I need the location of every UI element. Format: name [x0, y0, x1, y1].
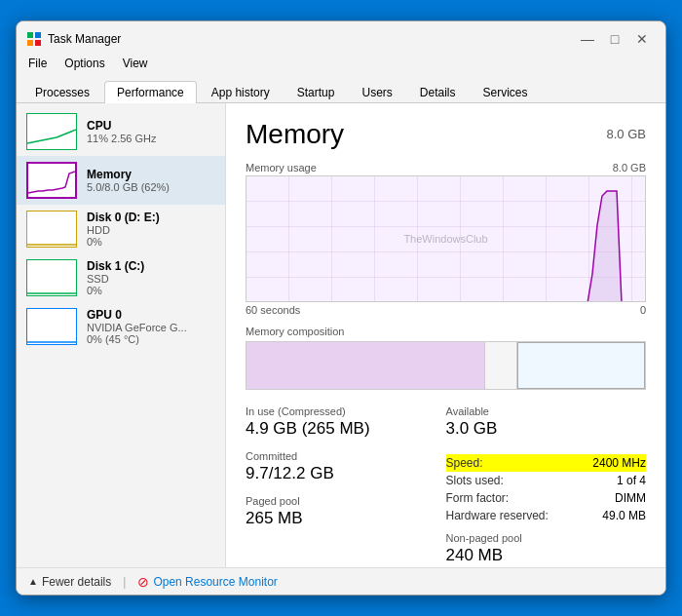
sidebar-item-gpu[interactable]: GPU 0 NVIDIA GeForce G... 0% (45 °C)	[17, 302, 225, 351]
svg-rect-11	[246, 176, 645, 301]
tab-users[interactable]: Users	[349, 81, 404, 103]
resource-monitor-link[interactable]: Open Resource Monitor	[153, 575, 277, 589]
committed-label: Committed	[246, 450, 431, 462]
svg-rect-5	[27, 212, 76, 247]
cpu-thumbnail	[26, 113, 77, 150]
tab-processes[interactable]: Processes	[22, 81, 102, 103]
sidebar-item-memory[interactable]: Memory 5.0/8.0 GB (62%)	[17, 156, 225, 205]
sidebar-item-disk0[interactable]: Disk 0 (D: E:) HDD 0%	[17, 205, 225, 253]
available-stat: Available 3.0 GB	[446, 405, 647, 439]
window-controls: — □ ✕	[576, 27, 654, 51]
stats-left: In use (Compressed) 4.9 GB (265 MB) Comm…	[246, 405, 446, 565]
stats-right: Available 3.0 GB Speed: 2400 MHz Slots u…	[446, 405, 647, 565]
chart-labels: Memory usage 8.0 GB	[246, 162, 646, 173]
tab-bar: Processes Performance App history Startu…	[17, 74, 665, 103]
composition-label: Memory composition	[246, 326, 646, 337]
cpu-info: CPU 11% 2.56 GHz	[87, 119, 215, 144]
svg-rect-2	[27, 40, 33, 46]
in-use-label: In use (Compressed)	[246, 405, 431, 417]
speed-label: Speed:	[446, 456, 483, 470]
maximize-button[interactable]: □	[603, 27, 626, 51]
non-paged-label: Non-paged pool	[446, 532, 647, 544]
sidebar-item-cpu[interactable]: CPU 11% 2.56 GHz	[17, 107, 225, 156]
chart-max: 8.0 GB	[613, 162, 646, 173]
reserved-value: 49.0 MB	[602, 509, 646, 522]
paged-pool-label: Paged pool	[246, 495, 431, 507]
chart-label: Memory usage	[246, 162, 317, 173]
available-label: Available	[446, 405, 647, 417]
memory-sub: 5.0/8.0 GB (62%)	[87, 181, 215, 193]
tab-services[interactable]: Services	[471, 81, 541, 103]
memory-name: Memory	[87, 168, 215, 181]
fewer-details-label: Fewer details	[42, 575, 111, 589]
menu-options[interactable]: Options	[57, 55, 112, 72]
chart-grid-svg	[246, 176, 645, 301]
sidebar-item-disk1[interactable]: Disk 1 (C:) SSD 0%	[17, 253, 225, 302]
svg-rect-6	[27, 260, 76, 295]
panel-header: Memory 8.0 GB	[246, 119, 646, 150]
svg-rect-3	[35, 40, 41, 46]
composition-section: Memory composition	[246, 326, 646, 390]
committed-stat: Committed 9.7/12.2 GB	[246, 450, 431, 483]
panel-total: 8.0 GB	[607, 119, 646, 141]
composition-bar	[246, 341, 646, 390]
tab-details[interactable]: Details	[407, 81, 469, 103]
gpu-sub1: NVIDIA GeForce G...	[87, 322, 215, 333]
non-paged-stat: Non-paged pool 240 MB	[446, 532, 647, 565]
stats-grid: In use (Compressed) 4.9 GB (265 MB) Comm…	[246, 405, 646, 565]
open-resource-monitor[interactable]: ⊘ Open Resource Monitor	[137, 574, 277, 590]
speed-value: 2400 MHz	[592, 456, 646, 470]
disk1-thumbnail	[26, 259, 77, 296]
footer-divider: |	[123, 575, 126, 589]
cpu-name: CPU	[87, 119, 215, 133]
titlebar: Task Manager — □ ✕	[17, 21, 665, 53]
tab-app-history[interactable]: App history	[199, 81, 283, 103]
chart-time-left: 60 seconds	[246, 304, 300, 316]
cpu-sub: 11% 2.56 GHz	[87, 133, 215, 144]
disk0-thumbnail	[26, 211, 77, 248]
disk1-sub2: 0%	[87, 285, 215, 296]
gpu-thumbnail	[26, 308, 77, 345]
comp-standby	[485, 342, 517, 389]
committed-value: 9.7/12.2 GB	[246, 464, 431, 483]
disk0-sub2: 0%	[87, 236, 215, 248]
reserved-label: Hardware reserved:	[446, 509, 549, 522]
memory-chart-section: Memory usage 8.0 GB	[246, 162, 646, 316]
chevron-up-icon: ▲	[28, 576, 38, 587]
slots-row: Slots used: 1 of 4	[446, 472, 647, 489]
menu-view[interactable]: View	[115, 55, 156, 72]
minimize-button[interactable]: —	[576, 27, 599, 51]
available-value: 3.0 GB	[446, 419, 647, 439]
footer: ▲ Fewer details | ⊘ Open Resource Monito…	[17, 567, 665, 595]
memory-thumbnail	[26, 162, 77, 199]
disk1-info: Disk 1 (C:) SSD 0%	[87, 259, 215, 296]
memory-usage-chart: TheWindowsClub	[246, 175, 646, 302]
svg-rect-7	[27, 309, 76, 344]
form-value: DIMM	[615, 491, 646, 505]
in-use-value: 4.9 GB (265 MB)	[246, 419, 431, 439]
gpu-name: GPU 0	[87, 308, 215, 322]
menu-file[interactable]: File	[20, 55, 55, 72]
form-row: Form factor: DIMM	[446, 489, 647, 507]
disk0-sub1: HDD	[87, 224, 215, 236]
close-button[interactable]: ✕	[630, 27, 654, 51]
menubar: File Options View	[17, 53, 665, 74]
disk1-sub1: SSD	[87, 273, 215, 285]
fewer-details-button[interactable]: ▲ Fewer details	[28, 575, 111, 589]
comp-in-use	[246, 342, 485, 389]
window-title: Task Manager	[48, 32, 576, 46]
svg-rect-0	[27, 32, 33, 38]
sidebar: CPU 11% 2.56 GHz Memory 5.0/8.0 GB (62%)	[17, 103, 226, 567]
tab-startup[interactable]: Startup	[284, 81, 348, 103]
tab-performance[interactable]: Performance	[104, 81, 197, 103]
task-manager-window: Task Manager — □ ✕ File Options View Pro…	[16, 20, 666, 596]
svg-rect-1	[35, 32, 41, 38]
chart-time: 60 seconds 0	[246, 304, 646, 316]
paged-pool-value: 265 MB	[246, 509, 431, 528]
gpu-info: GPU 0 NVIDIA GeForce G... 0% (45 °C)	[87, 308, 215, 345]
paged-pool-stat: Paged pool 265 MB	[246, 495, 431, 528]
panel-title: Memory	[246, 119, 344, 150]
comp-free	[517, 342, 645, 389]
non-paged-value: 240 MB	[446, 546, 647, 565]
gpu-sub2: 0% (45 °C)	[87, 333, 215, 345]
